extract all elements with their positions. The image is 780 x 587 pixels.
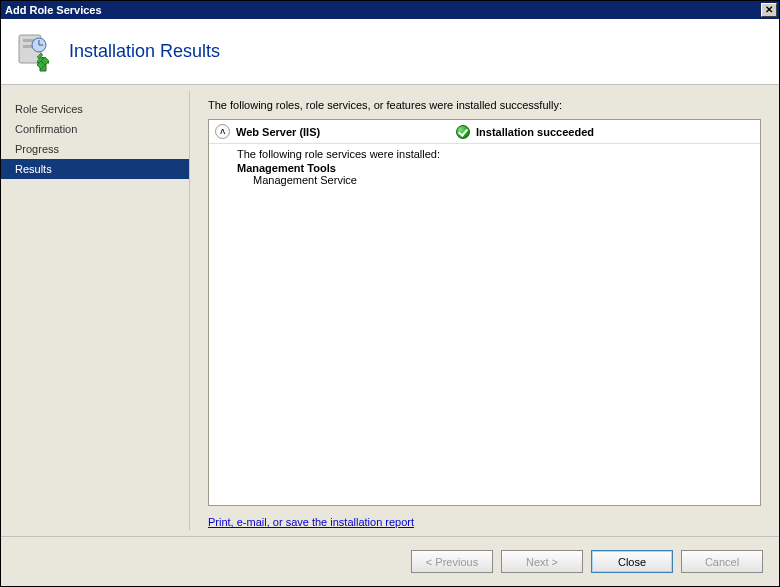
- sidebar-item-confirmation[interactable]: Confirmation: [1, 119, 189, 139]
- main-panel: The following roles, role services, or f…: [190, 85, 779, 536]
- success-icon: [456, 125, 470, 139]
- result-category: Management Tools: [237, 162, 750, 174]
- next-button: Next >: [501, 550, 583, 573]
- result-group-body: The following role services were install…: [209, 144, 760, 196]
- sidebar-item-progress[interactable]: Progress: [1, 139, 189, 159]
- previous-button: < Previous: [411, 550, 493, 573]
- result-service: Management Service: [237, 174, 750, 186]
- result-group-header: ʌ Web Server (IIS) Installation succeede…: [209, 120, 760, 144]
- wizard-header: Installation Results: [1, 19, 779, 85]
- window-title: Add Role Services: [5, 4, 102, 16]
- result-subtext: The following role services were install…: [237, 148, 750, 160]
- wizard-steps: Role Services Confirmation Progress Resu…: [1, 85, 189, 536]
- cancel-button: Cancel: [681, 550, 763, 573]
- close-icon[interactable]: ✕: [761, 3, 777, 17]
- result-status: Installation succeeded: [456, 125, 594, 139]
- page-title: Installation Results: [69, 41, 220, 62]
- wizard-footer: < Previous Next > Close Cancel: [1, 536, 779, 586]
- result-status-label: Installation succeeded: [476, 126, 594, 138]
- chevron-up-icon[interactable]: ʌ: [215, 124, 230, 139]
- wizard-icon: [13, 31, 55, 73]
- sidebar-item-results[interactable]: Results: [1, 159, 189, 179]
- titlebar: Add Role Services ✕: [1, 1, 779, 19]
- report-link[interactable]: Print, e-mail, or save the installation …: [208, 516, 761, 528]
- results-box: ʌ Web Server (IIS) Installation succeede…: [208, 119, 761, 506]
- close-button[interactable]: Close: [591, 550, 673, 573]
- sidebar-item-role-services[interactable]: Role Services: [1, 99, 189, 119]
- result-group-title: Web Server (IIS): [236, 126, 456, 138]
- intro-text: The following roles, role services, or f…: [208, 99, 761, 111]
